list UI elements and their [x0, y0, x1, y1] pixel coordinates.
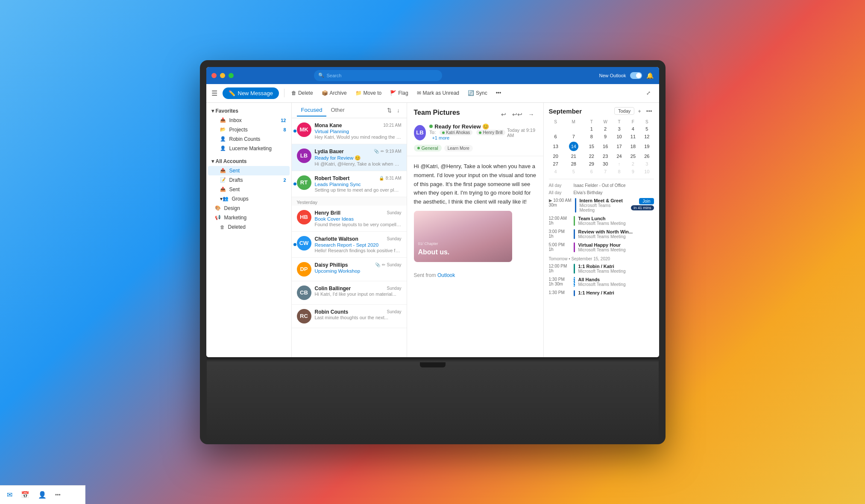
sidebar-item-groups[interactable]: ▾ 👥 Groups	[208, 194, 290, 204]
event-review-north[interactable]: 3:00 PM 1h Review with North Win... Micr…	[549, 227, 654, 241]
sidebar-item-lucerne[interactable]: 👤 Lucerne Marketing	[208, 144, 290, 153]
email-content-mona: Mona Kane 10:21 AM Virtual Planning Hey …	[315, 122, 402, 140]
email-item-mona[interactable]: MK Mona Kane 10:21 AM Virtual Planning H…	[292, 118, 407, 144]
learn-more-button[interactable]: Learn More	[444, 145, 473, 151]
sidebar-item-robin-counts[interactable]: 👤 Robin Counts	[208, 134, 290, 144]
weekday-s2: S	[640, 119, 654, 125]
all-day-event-1: All day Isaac Fielder - Out of Office	[549, 182, 654, 189]
tomorrow-section-label: Tomorrow • September 15, 2020	[549, 254, 654, 262]
sync-icon: 🔄	[468, 90, 474, 96]
tab-focused[interactable]: Focused	[297, 104, 327, 117]
event-intern-meet[interactable]: ▶ 10:00 AM 30m Intern Meet & Greet Micro…	[549, 196, 654, 214]
email-content-robert: Robert Tolbert 🔒 8:31 AM Leads Planning …	[315, 175, 402, 192]
folder-icon: 📂	[220, 127, 226, 132]
outlook-link[interactable]: Outlook	[437, 272, 455, 278]
event-bar-allhands	[574, 277, 575, 287]
reply-icon[interactable]: ↩	[499, 110, 508, 119]
archive-button[interactable]: 📦 Archive	[318, 88, 350, 98]
design-icon: 🎨	[215, 205, 221, 211]
email-item-robin[interactable]: RC Robin Counts Sunday Last minute thoug…	[292, 305, 407, 328]
sender-avatar: LB	[414, 125, 426, 140]
draft-icon: 📝	[220, 177, 226, 183]
event-details-robin: 1:1 Robin / Katri Microsoft Teams Meetin…	[578, 264, 654, 274]
titlebar-right: New Outlook 🔔	[599, 72, 654, 79]
today-button[interactable]: Today	[614, 107, 634, 115]
trash-icon: 🗑	[220, 224, 225, 230]
sender-info: LB Ready for Review 😊 To:	[414, 123, 507, 143]
email-item-charlotte[interactable]: CW Charlotte Waltson Sunday Research Rep…	[292, 232, 407, 258]
laptop-notch	[420, 362, 446, 367]
sidebar-item-deleted[interactable]: 🗑 Deleted	[208, 222, 290, 232]
email-item-lydia[interactable]: LB Lydia Bauer 📎 ✏ 9:19 AM Ready for Rev…	[292, 144, 407, 171]
sidebar-item-sent2[interactable]: 📤 Sent	[208, 185, 290, 194]
close-btn[interactable]	[211, 73, 217, 78]
avatar-colin: CB	[297, 286, 311, 300]
flag-icon: 🚩	[390, 90, 396, 96]
add-event-button[interactable]: +	[636, 107, 643, 115]
sidebar-item-inbox[interactable]: 📥 Inbox 12	[208, 116, 290, 125]
email-attachment-preview: 01/ Chapter About us.	[414, 211, 512, 262]
all-day-event-2: All day Elvia's Birthday	[549, 189, 654, 196]
email-tags: General Learn More	[414, 145, 537, 151]
email-content-colin: Colin Ballinger Sunday Hi Katri, I'd lik…	[315, 286, 402, 300]
move-to-button[interactable]: 📁 Move to	[352, 88, 385, 98]
toolbar-separator	[284, 89, 284, 97]
calendar-grid: S M T W T F S 1	[549, 119, 654, 175]
new-message-button[interactable]: ✏️ New Message	[223, 87, 279, 99]
sender-details: Ready for Review 😊 To: Katri Ahokas	[429, 123, 507, 143]
event-henry-katri[interactable]: 1:30 PM 1:1 Henry / Katri	[549, 288, 654, 298]
weekday-s: S	[549, 119, 563, 125]
filter-icon[interactable]: ↓	[395, 106, 402, 114]
event-virtual-happy[interactable]: 5:00 PM 1h Virtual Happy Hour Microsoft …	[549, 241, 654, 254]
event-details-henry: 1:1 Henry / Katri	[578, 290, 654, 295]
email-content-panel: Team Pictures ↩ ↩↩ → LB	[407, 103, 544, 357]
new-outlook-label: New Outlook	[599, 73, 626, 78]
event-all-hands[interactable]: 1:30 PM 1h 30m All Hands Microsoft Teams…	[549, 275, 654, 288]
unread-indicator	[293, 129, 296, 132]
weekday-t2: T	[612, 119, 626, 125]
event-details-allhands: All Hands Microsoft Teams Meeting	[578, 277, 654, 287]
event-time-allhands: 1:30 PM 1h 30m	[549, 277, 570, 286]
email-item-robert[interactable]: RT Robert Tolbert 🔒 8:31 AM Leads Planni…	[292, 171, 407, 197]
flag-button[interactable]: 🚩 Flag	[387, 88, 411, 98]
notification-icon[interactable]: 🔔	[646, 72, 654, 79]
sidebar-item-sent[interactable]: 📤 Sent	[208, 166, 290, 175]
sidebar-item-projects[interactable]: 📂 Projects 8	[208, 125, 290, 134]
sidebar-item-drafts[interactable]: 📝 Drafts 2	[208, 175, 290, 185]
sidebar-item-marketing[interactable]: 📢 Marketing	[208, 213, 290, 222]
email-thread-header: Team Pictures ↩ ↩↩ → LB	[407, 103, 543, 157]
event-time-henry: 1:30 PM	[549, 290, 570, 295]
email-item-colin[interactable]: CB Colin Ballinger Sunday Hi Katri, I'd …	[292, 281, 407, 305]
weekday-m: M	[563, 119, 585, 125]
minimize-btn[interactable]	[220, 73, 225, 78]
reply-all-icon[interactable]: ↩↩	[510, 110, 525, 119]
sidebar-item-design[interactable]: 🎨 Design	[208, 204, 290, 213]
date-separator-yesterday: Yesterday	[292, 197, 407, 206]
tab-other[interactable]: Other	[326, 104, 349, 117]
today-cell[interactable]: 14	[563, 140, 585, 152]
join-button-intern[interactable]: Join	[639, 198, 654, 204]
mark-unread-button[interactable]: ✉ Mark as Unread	[413, 88, 463, 98]
sync-button[interactable]: 🔄 Sync	[464, 88, 491, 98]
new-outlook-toggle[interactable]	[630, 72, 642, 79]
event-bar-happy	[574, 242, 575, 252]
event-team-lunch[interactable]: 12:00 AM 1h Team Lunch Microsoft Teams M…	[549, 214, 654, 227]
search-bar[interactable]: 🔍 Search	[314, 70, 442, 81]
forward-icon[interactable]: →	[526, 110, 537, 119]
sort-icon[interactable]: ⇅	[385, 106, 393, 114]
calendar-more-button[interactable]: •••	[645, 107, 654, 115]
edit-icon: ✏	[382, 262, 385, 267]
general-tag: General	[414, 145, 442, 151]
email-item-daisy[interactable]: DP Daisy Phillips 📎 ✏ Sunday Upcoming Wo…	[292, 258, 407, 281]
marketing-icon: 📢	[215, 215, 221, 220]
more-button[interactable]: •••	[493, 88, 505, 98]
email-list: Focused Other ⇅ ↓ MK Mona Kane 10:21 AM	[292, 103, 407, 357]
weekday-t: T	[585, 119, 598, 125]
delete-button[interactable]: 🗑 Delete	[288, 88, 317, 98]
event-time-lunch: 12:00 AM 1h	[549, 216, 570, 225]
hamburger-icon[interactable]: ☰	[211, 89, 217, 97]
event-robin-katri[interactable]: 12:00 PM 1h 1:1 Robin / Katri Microsoft …	[549, 262, 654, 275]
email-item-henry[interactable]: HB Henry Brill Sunday Book Cover Ideas F…	[292, 206, 407, 232]
expand-button[interactable]: ⤢	[643, 88, 654, 98]
maximize-btn[interactable]	[229, 73, 234, 78]
